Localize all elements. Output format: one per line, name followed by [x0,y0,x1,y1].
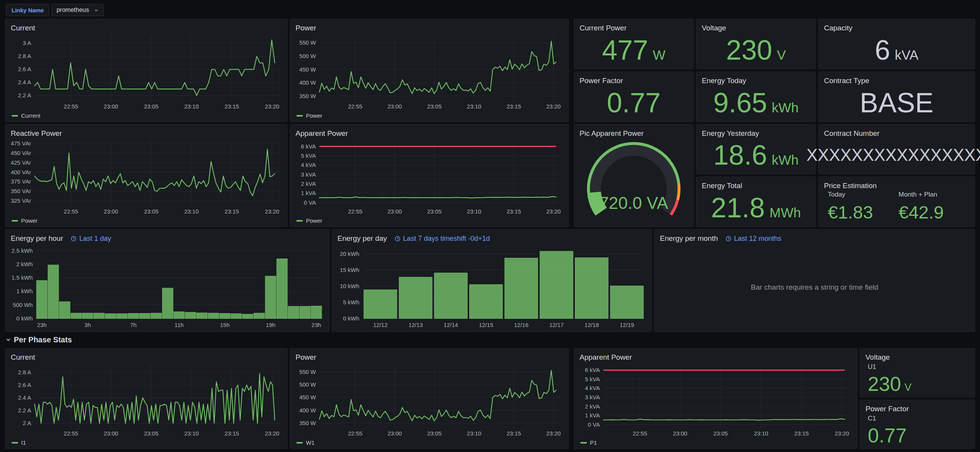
panel-title-text[interactable]: Energy per day [337,234,387,243]
svg-text:12/15: 12/15 [479,322,493,328]
panel-energy-per-hour: Energy per hour Last 1 day 2.5 kWh2 kWh1… [5,229,329,332]
phase-apparent-power-chart[interactable]: 6 kVA5 kVA4 kVA3 kVA2 kVA1 kVA0 VA22:552… [575,361,856,438]
svg-text:23:10: 23:10 [184,208,199,215]
panel-title-text[interactable]: Energy per hour [11,234,63,243]
legend-item[interactable]: P1 [580,439,597,446]
panel-title[interactable]: Voltage [860,349,975,364]
variable-dropdown[interactable]: prometheus [51,4,104,16]
svg-text:23:00: 23:00 [387,208,402,215]
stat-number: 0.77 [868,425,907,445]
svg-text:12/18: 12/18 [585,322,599,328]
stat-value: 0.77 [607,89,661,117]
svg-text:1 kVA: 1 kVA [301,190,316,196]
stat-body: XXXXXXXXXXXXXXXX [819,136,975,174]
svg-text:6 kVA: 6 kVA [585,367,600,373]
apparent-power-gauge[interactable]: 720.0 VA [575,138,693,226]
panel-energy-total-stat: Energy Total 21.8 MWh [696,177,816,227]
svg-text:12/13: 12/13 [409,322,423,328]
svg-text:550 W: 550 W [299,39,316,46]
stat-number: 230 [868,374,901,394]
svg-text:350 VAr: 350 VAr [11,188,31,194]
svg-text:23:15: 23:15 [507,430,521,437]
stat-unit: kWh [772,153,799,167]
legend-item[interactable]: W1 [296,439,315,446]
svg-text:7h: 7h [130,322,137,328]
variable-label: Linky Name [6,4,49,16]
svg-text:2.4 A: 2.4 A [18,79,31,85]
legend-item[interactable]: Power [296,112,322,119]
svg-text:23:15: 23:15 [224,208,239,215]
panel-title[interactable]: Power Factor [860,400,975,415]
svg-text:23h: 23h [312,322,321,328]
svg-text:3 kVA: 3 kVA [301,171,316,178]
svg-text:425 VAr: 425 VAr [11,159,31,166]
svg-text:23:05: 23:05 [144,430,159,437]
svg-text:550 W: 550 W [299,369,316,375]
svg-text:2.6 A: 2.6 A [18,66,31,72]
legend-item[interactable]: Power [296,217,322,224]
svg-text:23:05: 23:05 [427,430,442,437]
panel-reactive-power: Reactive Power 475 VAr450 VAr425 VAr400 … [5,124,287,227]
time-range-link[interactable]: Last 7 days timeshift -0d+1d [395,235,490,243]
time-range-link[interactable]: Last 1 day [71,235,111,243]
time-range-link[interactable]: Last 12 months [726,235,781,243]
template-variables-bar: Linky Name prometheus [6,4,104,16]
svg-text:2.2 A: 2.2 A [18,92,31,98]
stat-body: 6 kVA [819,31,975,69]
svg-text:22:55: 22:55 [633,430,647,437]
legend-swatch [12,442,18,444]
price-month: Month + Plan €42.9 [899,191,969,221]
svg-text:23:15: 23:15 [507,103,521,110]
svg-text:3h: 3h [85,322,91,328]
legend-item[interactable]: Current [12,112,40,119]
panel-phase-voltage-stat: Voltage U1 230 V [860,348,975,397]
svg-text:400 W: 400 W [299,79,316,86]
price-today-label: Today [828,191,899,198]
legend-label: I1 [21,439,26,446]
svg-text:6 kVA: 6 kVA [301,143,316,150]
panel-capacity-stat: Capacity 6 kVA [818,19,975,69]
panel-title-text[interactable]: Energy per month [660,234,718,243]
svg-text:22:55: 22:55 [348,208,362,215]
stat-body: 0.77 [574,83,693,122]
svg-text:23:10: 23:10 [184,430,199,437]
svg-text:5 kVA: 5 kVA [585,376,600,382]
panel-error-message: Bar charts requires a string or time fie… [654,243,975,332]
svg-text:12/14: 12/14 [443,322,458,328]
apparent-power-chart[interactable]: 6 kVA5 kVA4 kVA3 kVA2 kVA1 kVA0 VA22:552… [291,137,568,216]
power-chart[interactable]: 550 W500 W450 W400 W350 W22:5523:0023:05… [291,32,568,111]
panel-phase-current: Current 2.8 A2.6 A2.4 A2.2 A2 A22:5523:0… [5,348,287,449]
stat-value: XXXXXXXXXXXXXXXX [806,147,980,163]
legend-item[interactable]: I1 [12,439,26,446]
phase-current-chart[interactable]: 2.8 A2.6 A2.4 A2.2 A2 A22:5523:0023:0523… [6,361,286,438]
svg-text:15h: 15h [220,322,229,328]
svg-text:23:20: 23:20 [265,430,279,437]
svg-text:22:55: 22:55 [348,430,362,437]
svg-text:5 kVA: 5 kVA [301,152,316,159]
svg-text:23:10: 23:10 [184,103,199,110]
legend-label: Power [306,217,322,224]
stat-series-label: U1 [868,363,971,371]
panel-energy-per-month: Energy per month Last 12 months Bar char… [654,229,975,332]
time-range-label: Last 1 day [79,235,111,243]
stat-value: 18.6 kWh [713,141,799,169]
energy-per-hour-chart[interactable]: 2.5 kWh2 kWh1.5 kWh1 kWh500 Wh0 kWh23h3h… [6,244,328,330]
svg-text:23:05: 23:05 [427,208,442,215]
svg-text:23:15: 23:15 [507,208,521,215]
stat-body: BASE [819,83,975,122]
stat-unit: V [777,48,786,62]
stat-body: 9.65 kWh [696,83,816,122]
stat-value: 230 V [726,36,786,64]
row-per-phase-stats[interactable]: Per Phase Stats [6,335,72,344]
stat-body: C1 0.77 [868,415,971,445]
current-chart[interactable]: 3 A2.8 A2.6 A2.4 A2.2 A22:5523:0023:0523… [6,32,286,111]
reactive-power-chart[interactable]: 475 VAr450 VAr425 VAr400 VAr375 VAr350 V… [6,137,286,216]
energy-per-day-chart[interactable]: 20 kWh15 kWh10 kWh5 kWh0 kWh12/1212/1312… [333,244,651,330]
legend-item[interactable]: Power [12,217,38,224]
svg-text:23h: 23h [37,322,47,328]
svg-text:400 VAr: 400 VAr [11,169,31,175]
legend-swatch [580,442,587,444]
panel-energy-per-day: Energy per day Last 7 days timeshift -0d… [332,229,652,332]
svg-text:0 VA: 0 VA [304,199,316,206]
phase-power-chart[interactable]: 550 W500 W450 W400 W350 W22:5523:0023:05… [291,361,568,438]
